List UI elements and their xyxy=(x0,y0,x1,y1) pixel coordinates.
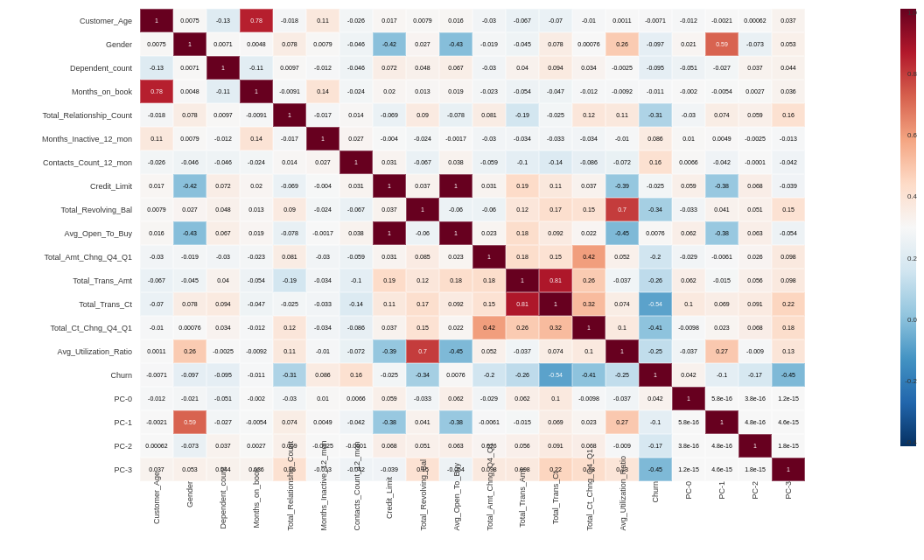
cell-8-9: -0.06 xyxy=(439,198,472,221)
cell-10-13: 0.42 xyxy=(572,245,606,269)
cell-8-5: -0.024 xyxy=(306,198,340,221)
cell-13-12: 0.32 xyxy=(539,316,572,340)
cell-2-5: -0.012 xyxy=(306,56,340,80)
cell-11-4: -0.19 xyxy=(273,269,306,292)
cell-16-14: -0.037 xyxy=(606,387,639,410)
cell-3-3: 1 xyxy=(240,80,273,103)
cell-0-11: -0.067 xyxy=(506,9,539,32)
cell-14-5: -0.01 xyxy=(306,340,340,363)
cell-2-8: 0.048 xyxy=(406,56,439,80)
cell-6-2: -0.046 xyxy=(206,150,240,174)
cell-2-10: -0.03 xyxy=(472,56,506,80)
cell-18-3: 0.0027 xyxy=(240,434,273,458)
cell-8-4: 0.09 xyxy=(273,198,306,221)
cell-16-17: 5.8e-16 xyxy=(705,387,738,410)
cell-18-2: 0.037 xyxy=(206,434,240,458)
cell-6-10: -0.059 xyxy=(472,150,506,174)
row-label-11: Total_Trans_Amt xyxy=(0,269,136,292)
cell-5-16: 0.01 xyxy=(672,127,705,150)
cell-2-2: 1 xyxy=(206,56,240,80)
col-label-wrap-15: Churn xyxy=(639,490,672,560)
cell-4-1: 0.078 xyxy=(173,103,206,127)
cell-6-6: 1 xyxy=(340,150,373,174)
cell-7-6: 0.031 xyxy=(340,174,373,198)
cell-4-19: 0.16 xyxy=(772,103,805,127)
cell-3-16: -0.002 xyxy=(672,80,705,103)
cell-18-7: 0.068 xyxy=(373,434,406,458)
cell-0-0: 1 xyxy=(140,9,173,32)
cell-12-18: 0.091 xyxy=(738,292,772,316)
cell-12-9: 0.092 xyxy=(439,292,472,316)
cell-0-4: -0.018 xyxy=(273,9,306,32)
cell-9-11: 0.18 xyxy=(506,221,539,245)
col-label-wrap-8: Total_Revolving_Bal xyxy=(406,490,439,560)
cell-17-13: 0.023 xyxy=(572,410,606,434)
cell-16-5: 0.01 xyxy=(306,387,340,410)
cell-15-18: -0.17 xyxy=(738,363,772,387)
cell-10-19: 0.098 xyxy=(772,245,805,269)
col-label-wrap-10: Total_Amt_Chng_Q4_Q1 xyxy=(472,490,506,560)
cell-14-4: 0.11 xyxy=(273,340,306,363)
cell-15-19: -0.45 xyxy=(772,363,805,387)
cell-18-9: 0.063 xyxy=(439,434,472,458)
cell-17-12: 0.069 xyxy=(539,410,572,434)
cell-1-11: -0.045 xyxy=(506,32,539,56)
cell-1-13: 0.00076 xyxy=(572,32,606,56)
cell-10-2: -0.03 xyxy=(206,245,240,269)
col-label-5: Months_Inactive_12_mon xyxy=(318,466,327,531)
col-label-0: Customer_Age xyxy=(152,472,161,524)
cell-19-16: 1.2e-15 xyxy=(672,458,705,481)
cell-7-18: 0.068 xyxy=(738,174,772,198)
cell-11-3: -0.054 xyxy=(240,269,273,292)
cell-5-2: -0.012 xyxy=(206,127,240,150)
col-label-wrap-3: Months_on_book xyxy=(240,490,273,560)
row-label-6: Contacts_Count_12_mon xyxy=(0,150,136,174)
heatmap-grid: 10.0075-0.130.78-0.0180.11-0.0260.0170.0… xyxy=(140,9,805,481)
cell-15-16: 0.042 xyxy=(672,363,705,387)
cell-3-19: 0.036 xyxy=(772,80,805,103)
col-label-wrap-7: Credit_Limit xyxy=(373,490,406,560)
cell-9-14: -0.45 xyxy=(606,221,639,245)
cell-15-3: -0.011 xyxy=(240,363,273,387)
cell-15-4: -0.31 xyxy=(273,363,306,387)
cell-13-0: -0.01 xyxy=(140,316,173,340)
cell-8-18: 0.051 xyxy=(738,198,772,221)
cell-8-1: 0.027 xyxy=(173,198,206,221)
cell-3-18: 0.0027 xyxy=(738,80,772,103)
cell-12-10: 0.15 xyxy=(472,292,506,316)
col-label-16: PC-0 xyxy=(684,481,693,514)
cell-5-0: 0.11 xyxy=(140,127,173,150)
cell-11-9: 0.18 xyxy=(439,269,472,292)
row-label-5: Months_Inactive_12_mon xyxy=(0,127,136,150)
row-label-9: Avg_Open_To_Buy xyxy=(0,221,136,245)
cell-9-16: 0.062 xyxy=(672,221,705,245)
cell-8-13: 0.15 xyxy=(572,198,606,221)
cell-18-0: 0.00062 xyxy=(140,434,173,458)
cell-1-10: -0.019 xyxy=(472,32,506,56)
cell-2-3: -0.11 xyxy=(240,56,273,80)
cell-7-4: -0.069 xyxy=(273,174,306,198)
cell-3-15: -0.011 xyxy=(639,80,672,103)
cell-7-17: -0.38 xyxy=(705,174,738,198)
cell-18-11: 0.056 xyxy=(506,434,539,458)
row-label-18: PC-2 xyxy=(0,434,136,458)
cell-4-8: 0.09 xyxy=(406,103,439,127)
cell-15-6: 0.16 xyxy=(340,363,373,387)
cell-11-0: -0.067 xyxy=(140,269,173,292)
row-label-8: Total_Revolving_Bal xyxy=(0,198,136,221)
cell-2-14: -0.0025 xyxy=(606,56,639,80)
cell-0-10: -0.03 xyxy=(472,9,506,32)
cell-12-13: 0.32 xyxy=(572,292,606,316)
cell-1-5: 0.0079 xyxy=(306,32,340,56)
cell-15-0: -0.0071 xyxy=(140,363,173,387)
cell-14-7: -0.39 xyxy=(373,340,406,363)
cell-12-7: 0.11 xyxy=(373,292,406,316)
cell-17-7: -0.38 xyxy=(373,410,406,434)
cell-13-2: 0.034 xyxy=(206,316,240,340)
cell-3-11: -0.054 xyxy=(506,80,539,103)
cell-10-1: -0.019 xyxy=(173,245,206,269)
cell-5-17: 0.0049 xyxy=(705,127,738,150)
cell-10-5: -0.03 xyxy=(306,245,340,269)
cell-8-7: 0.037 xyxy=(373,198,406,221)
cell-19-18: 1.8e-15 xyxy=(738,458,772,481)
